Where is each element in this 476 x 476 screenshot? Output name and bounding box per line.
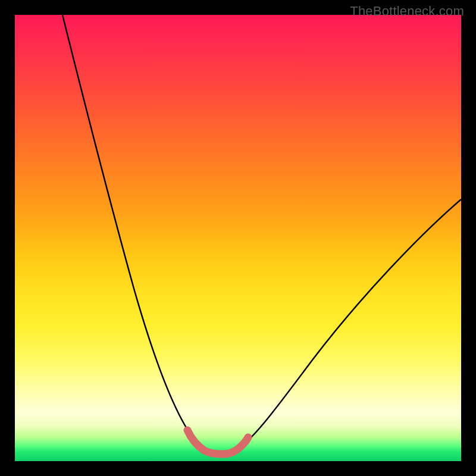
valley-marker [187,430,248,454]
left-curve [62,15,204,450]
watermark-text: TheBottleneck.com [350,4,464,19]
plot-area [15,15,461,461]
chart-svg [15,15,461,461]
right-curve [236,199,461,450]
